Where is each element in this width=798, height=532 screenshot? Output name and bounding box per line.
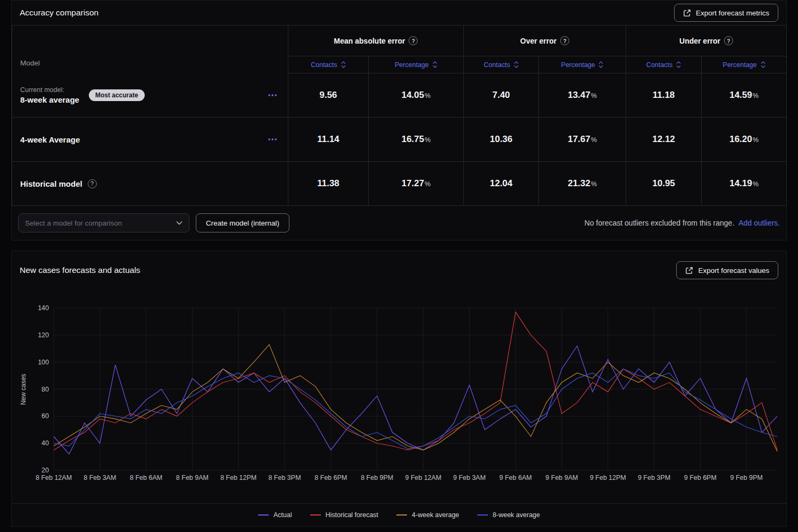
forecast-chart-panel: New cases forecasts and actuals Export f… (11, 251, 787, 527)
model-comparison-select[interactable]: Select a model for comparison (18, 213, 189, 232)
svg-text:8 Feb 3PM: 8 Feb 3PM (268, 474, 301, 481)
model-row-historical-model: Historical model ? 11.38 17.27% 12.04 21… (12, 162, 787, 206)
group-header-over-error: Over error ? (464, 26, 626, 56)
comparison-controls: Select a model for comparison Create mod… (18, 213, 780, 240)
accuracy-table: Model Mean absolute error ? Over error ? (12, 25, 787, 206)
legend-item-actual[interactable]: Actual (258, 511, 292, 519)
model-row-4-week-average: 4-week Average ⋯ 11.14 16.75% 10.36 17.6… (12, 118, 787, 162)
svg-text:140: 140 (38, 304, 49, 312)
svg-text:120: 120 (38, 331, 49, 339)
under-contacts-value: 10.95 (626, 162, 702, 206)
svg-text:9 Feb 9AM: 9 Feb 9AM (545, 474, 578, 481)
svg-text:8 Feb 9PM: 8 Feb 9PM (361, 474, 393, 481)
create-model-button[interactable]: Create model (internal) (196, 213, 289, 232)
legend-item-historical-forecast[interactable]: Historical forecast (310, 511, 378, 519)
model-row-8-week-average: Current model: 8-week average Most accur… (12, 73, 787, 118)
help-icon[interactable]: ? (88, 179, 97, 188)
legend-item-4-week-average[interactable]: 4-week average (396, 511, 459, 519)
sort-icon (514, 61, 519, 68)
svg-text:8 Feb 12PM: 8 Feb 12PM (220, 474, 256, 481)
mae-percentage-value: 17.27% (369, 162, 464, 206)
accuracy-panel-title: Accuracy comparison (20, 8, 98, 18)
legend-label: Actual (273, 511, 292, 519)
help-icon[interactable]: ? (409, 36, 418, 45)
under-contacts-value: 11.18 (626, 73, 702, 118)
sort-over-percentage[interactable]: Percentage (539, 56, 626, 73)
over-percentage-value: 17.67% (539, 118, 626, 162)
legend-label: 4-week average (412, 511, 459, 519)
under-percentage-value: 16.20% (702, 118, 787, 162)
model-cell: Current model: 8-week average Most accur… (12, 73, 288, 118)
model-name: 4-week Average (20, 135, 80, 144)
add-outliers-link[interactable]: Add outliers. (738, 219, 780, 227)
overflow-menu-icon[interactable]: ⋯ (268, 137, 278, 142)
chart-panel-header: New cases forecasts and actuals Export f… (12, 251, 786, 284)
export-forecast-metrics-button[interactable]: Export forecast metrics (674, 4, 778, 22)
under-percentage-value: 14.19% (702, 162, 787, 206)
select-placeholder: Select a model for comparison (25, 219, 122, 227)
under-percentage-value: 14.59% (702, 73, 787, 118)
legend-swatch (310, 514, 321, 516)
model-cell: Historical model ? (12, 162, 288, 206)
sort-icon (676, 61, 681, 68)
legend-label: 8-week average (493, 511, 540, 519)
group-header-under-error: Under error ? (626, 26, 787, 56)
sort-under-percentage[interactable]: Percentage (702, 56, 787, 73)
svg-text:9 Feb 6PM: 9 Feb 6PM (684, 474, 717, 481)
sort-mae-contacts[interactable]: Contacts (288, 56, 369, 73)
svg-text:8 Feb 6AM: 8 Feb 6AM (130, 474, 162, 481)
model-name: Historical model (20, 179, 82, 188)
svg-text:8 Feb 6PM: 8 Feb 6PM (314, 474, 347, 481)
svg-text:60: 60 (41, 412, 49, 420)
legend-swatch (477, 514, 488, 516)
mae-contacts-value: 11.38 (288, 162, 369, 206)
outliers-status-text: No forecast outliers excluded from this … (585, 219, 735, 227)
svg-text:9 Feb 12AM: 9 Feb 12AM (405, 474, 441, 481)
overflow-menu-icon[interactable]: ⋯ (268, 93, 278, 98)
mae-contacts-value: 11.14 (288, 118, 369, 162)
under-contacts-value: 12.12 (626, 118, 702, 162)
sort-over-contacts[interactable]: Contacts (464, 56, 539, 73)
group-header-row: Model Mean absolute error ? Over error ? (12, 26, 787, 56)
model-cell: 4-week Average ⋯ (12, 118, 288, 162)
chevron-down-icon (176, 221, 182, 225)
svg-text:20: 20 (41, 467, 49, 474)
sort-icon (341, 61, 346, 68)
legend-item-8-week-average[interactable]: 8-week average (477, 511, 540, 519)
most-accurate-badge: Most accurate (89, 89, 145, 101)
svg-text:9 Feb 12PM: 9 Feb 12PM (590, 474, 626, 481)
over-percentage-value: 13.47% (539, 73, 626, 118)
forecast-line-chart: 204060801001201408 Feb 12AM8 Feb 3AM8 Fe… (12, 284, 786, 503)
sort-mae-percentage[interactable]: Percentage (369, 56, 464, 73)
svg-text:9 Feb 9PM: 9 Feb 9PM (730, 474, 763, 481)
mae-percentage-value: 14.05% (369, 73, 464, 118)
export-icon (683, 9, 691, 17)
sort-icon (761, 61, 766, 68)
svg-text:9 Feb 3PM: 9 Feb 3PM (638, 474, 670, 481)
group-header-mean-absolute-error: Mean absolute error ? (288, 26, 464, 56)
over-contacts-value: 7.40 (464, 73, 539, 118)
model-column-header: Model (12, 26, 288, 73)
export-forecast-values-button[interactable]: Export forecast values (676, 261, 778, 279)
svg-text:New cases: New cases (20, 374, 27, 405)
svg-text:80: 80 (41, 386, 49, 393)
chart-legend: ActualHistorical forecast4-week average8… (12, 503, 786, 526)
help-icon[interactable]: ? (724, 36, 733, 45)
model-name: 8-week average (20, 95, 79, 104)
svg-text:9 Feb 3AM: 9 Feb 3AM (453, 474, 486, 481)
svg-text:9 Feb 6AM: 9 Feb 6AM (500, 474, 532, 481)
over-percentage-value: 21.32% (539, 162, 626, 206)
sort-icon (598, 61, 603, 68)
sort-icon (433, 61, 437, 68)
mae-percentage-value: 16.75% (369, 118, 464, 162)
help-icon[interactable]: ? (560, 36, 569, 45)
mae-contacts-value: 9.56 (288, 73, 369, 118)
legend-swatch (396, 514, 407, 516)
legend-label: Historical forecast (326, 511, 378, 519)
svg-text:100: 100 (38, 359, 49, 366)
svg-text:8 Feb 9AM: 8 Feb 9AM (176, 474, 209, 481)
export-icon (685, 267, 693, 275)
current-model-label: Current model: (20, 86, 79, 94)
legend-swatch (258, 514, 269, 516)
sort-under-contacts[interactable]: Contacts (626, 56, 702, 73)
